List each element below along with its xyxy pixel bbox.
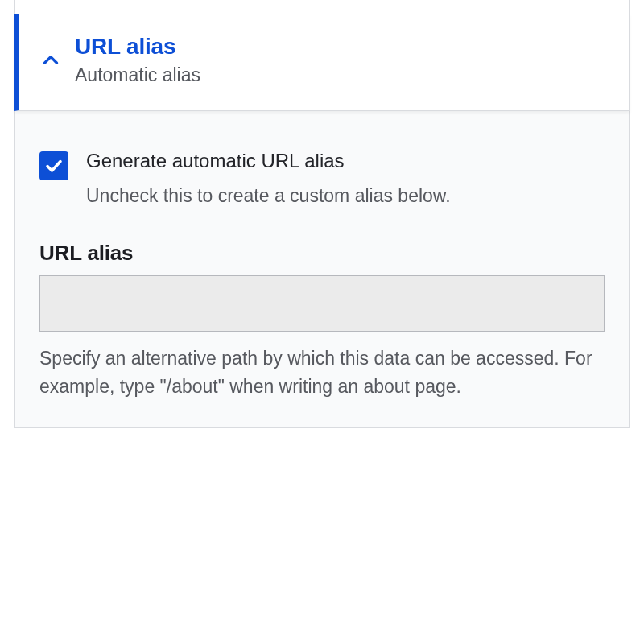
url-alias-help-text: Specify an alternative path by which thi…: [39, 345, 605, 400]
generate-auto-alias-label: Generate automatic URL alias: [86, 150, 451, 172]
accordion-subtitle: Automatic alias: [75, 64, 200, 86]
accordion-title: URL alias: [75, 34, 200, 60]
url-alias-panel: Generate automatic URL alias Uncheck thi…: [14, 111, 630, 428]
url-alias-input[interactable]: [39, 275, 605, 332]
check-icon: [44, 156, 64, 175]
panel-top-border: [14, 0, 630, 14]
url-alias-accordion-header[interactable]: URL alias Automatic alias: [14, 14, 630, 111]
url-alias-field-label: URL alias: [39, 241, 605, 266]
chevron-up-icon: [27, 50, 75, 71]
generate-auto-alias-checkbox[interactable]: [39, 151, 68, 180]
generate-auto-alias-description: Uncheck this to create a custom alias be…: [86, 184, 451, 208]
